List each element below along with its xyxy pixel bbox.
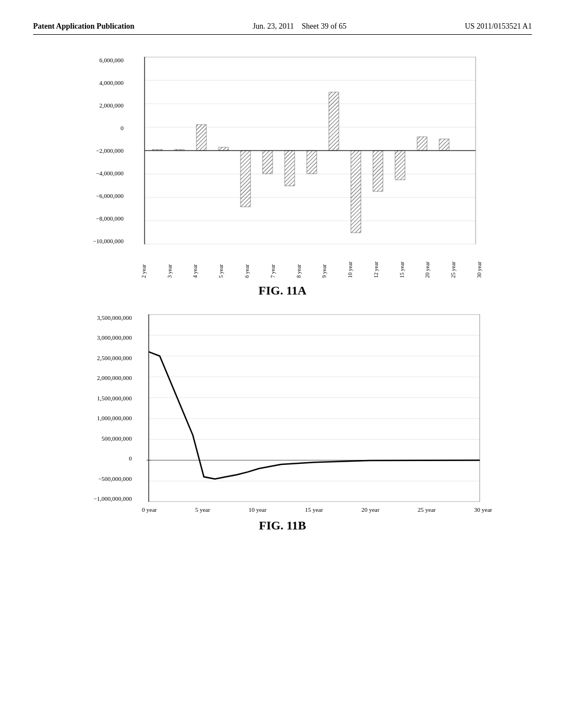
fig-11a-label: FIG. 11A (33, 283, 532, 298)
svg-rect-13 (152, 149, 162, 151)
x-axis-11a: 2 year 3 year 4 year 5 year 6 year 7 yea… (128, 248, 492, 278)
chart-area-11b: 0 year 5 year 10 year 15 year 20 year 25… (136, 314, 492, 513)
y-axis-11a: 6,000,000 4,000,000 2,000,000 0 −2,000,0… (73, 57, 128, 244)
fig-11a-wrapper: 6,000,000 4,000,000 2,000,000 0 −2,000,0… (73, 57, 492, 278)
svg-rect-17 (241, 151, 250, 207)
svg-rect-24 (395, 151, 405, 180)
svg-rect-14 (174, 149, 184, 151)
y-axis-11b: 3,500,000,000 3,000,000,000 2,500,000,00… (73, 314, 136, 502)
svg-rect-20 (307, 151, 317, 174)
date-sheet: Jun. 23, 2011 Sheet 39 of 65 (253, 22, 347, 31)
bar-chart-11a-svg (128, 57, 492, 244)
patent-number: US 2011/0153521 A1 (465, 22, 532, 31)
fig-11b-section: 3,500,000,000 3,000,000,000 2,500,000,00… (33, 314, 532, 533)
page: Patent Application Publication Jun. 23, … (0, 0, 565, 728)
svg-rect-21 (329, 92, 339, 151)
publication-label: Patent Application Publication (33, 22, 135, 31)
svg-rect-16 (218, 147, 228, 151)
svg-rect-18 (263, 151, 273, 174)
chart-area-11a: 2 year 3 year 4 year 5 year 6 year 7 yea… (128, 57, 492, 278)
svg-rect-22 (351, 151, 361, 233)
svg-rect-26 (439, 139, 449, 151)
svg-rect-23 (373, 151, 383, 191)
page-header: Patent Application Publication Jun. 23, … (33, 22, 532, 35)
line-chart-11b-svg (136, 314, 492, 502)
fig-11a-section: 6,000,000 4,000,000 2,000,000 0 −2,000,0… (33, 57, 532, 298)
svg-rect-15 (196, 125, 206, 151)
fig-11b-label: FIG. 11B (33, 518, 532, 533)
svg-rect-19 (285, 151, 295, 186)
x-axis-11b: 0 year 5 year 10 year 15 year 20 year 25… (136, 506, 492, 513)
fig-11b-wrapper: 3,500,000,000 3,000,000,000 2,500,000,00… (73, 314, 492, 513)
svg-rect-25 (417, 137, 427, 151)
